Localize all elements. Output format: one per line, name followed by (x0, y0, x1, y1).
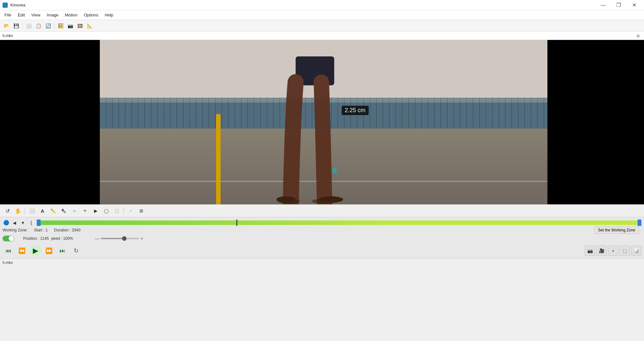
menu-image[interactable]: Image (43, 11, 62, 19)
hand-tool-button[interactable]: ✋ (13, 206, 23, 216)
speed-display-label: peed : 100% (51, 236, 73, 241)
right-letterbox (547, 40, 644, 204)
loop-button[interactable]: ↻ (70, 245, 82, 257)
toolbar-extra[interactable]: 📐 (85, 22, 94, 30)
toolbar: 📂 💾 ⬜ 📋 🔄 🖼️ 📷 🎞️ 📐 (0, 20, 644, 32)
start-label: Start : 1 (34, 228, 48, 232)
speed-toggle[interactable] (3, 236, 14, 241)
speed-decrease-icon[interactable]: — (95, 236, 99, 241)
minimize-button[interactable]: — (596, 0, 611, 10)
grid-tool-button[interactable]: ⊞ (137, 206, 146, 216)
svg-point-3 (276, 196, 296, 203)
speed-toggle-knob (9, 236, 14, 241)
main-video-area: 2.25 cm 8 (0, 40, 644, 204)
status-text: h.mkv (3, 260, 13, 265)
address-bar: h.mkv ⊗ (0, 32, 644, 40)
menu-options[interactable]: Options (80, 11, 101, 19)
menu-bar: File Edit View Image Motion Options Help (0, 10, 644, 20)
speed-slider[interactable] (101, 238, 139, 239)
timeline-green-fill (37, 220, 641, 225)
person-figure (270, 56, 360, 204)
playback-controls-left: ⏮ ⏪ ▶ ⏩ ⏭ ↻ (3, 245, 82, 257)
text-tool-button[interactable]: A (38, 206, 47, 216)
select-tool-button[interactable]: ⬜ (27, 206, 37, 216)
speed-slider-container: — + (95, 236, 143, 241)
toolbar-save[interactable]: 💾 (12, 22, 21, 30)
pencil-tool-button[interactable]: ✏️ (48, 206, 58, 216)
position-label: Position : 1145 (23, 236, 49, 241)
working-zone-info: Working Zone: Start : 1 Duration : 2940 (3, 228, 80, 232)
menu-file[interactable]: File (1, 11, 14, 19)
timeline-end-marker[interactable] (638, 219, 641, 226)
working-zone-label: Working Zone: (3, 228, 28, 232)
set-working-zone-button[interactable]: Set the Working Zone (594, 227, 639, 234)
playback-row: ⏮ ⏪ ▶ ⏩ ⏭ ↻ 📷 🎥 ▪ ⬚ 📊 (0, 243, 644, 258)
address-bar-close-button[interactable]: ⊗ (635, 33, 641, 39)
menu-edit[interactable]: Edit (14, 11, 28, 19)
timeline-loop-button[interactable]: 🔵 (3, 219, 10, 226)
maximize-button[interactable]: ❐ (611, 0, 626, 10)
analysis-right-button[interactable]: 📊 (631, 246, 641, 256)
left-letterbox (0, 40, 100, 204)
timeline-left-controls: 🔵 ◀ ▼ ⟨ (3, 219, 35, 226)
arrow-tool-button[interactable]: ▶ (91, 206, 100, 216)
fast-backward-button[interactable]: ⏪ (16, 245, 28, 257)
speed-increase-icon[interactable]: + (141, 236, 143, 241)
toolbar-sep1 (22, 23, 23, 29)
toolbar-refresh[interactable]: 🔄 (43, 22, 52, 30)
draw-toolbar: ↺ ✋ ⬜ A ✏️ ✒️ ○ + ▶ ◯ ⬚ ⟋ ⊞ (0, 204, 644, 217)
video-frame[interactable]: 2.25 cm 8 (100, 40, 547, 204)
file-path: h.mkv (3, 34, 635, 38)
pen-tool-button[interactable]: ✒️ (59, 206, 69, 216)
timeline-bar[interactable] (37, 220, 641, 225)
timeline-area: 🔵 ◀ ▼ ⟨ Working Zone: Start : 1 Duration… (0, 217, 644, 258)
close-button[interactable]: ✕ (627, 0, 641, 10)
rect-tool-button[interactable]: ⬚ (112, 206, 122, 216)
timeline-start-marker[interactable] (37, 219, 41, 226)
speed-slider-fill (101, 238, 124, 239)
speed-slider-thumb[interactable] (122, 236, 127, 241)
play-button[interactable]: ▶ (30, 245, 41, 257)
toggle1-right-button[interactable]: ▪ (608, 246, 618, 256)
playback-controls-right: 📷 🎥 ▪ ⬚ 📊 (585, 246, 641, 256)
crosshair-tool-button[interactable]: + (80, 206, 90, 216)
timeline-down-button[interactable]: ▼ (19, 219, 26, 226)
toolbar-open[interactable]: 📂 (2, 22, 11, 30)
title-bar: Kinovea — ❐ ✕ (0, 0, 644, 10)
menu-view[interactable]: View (28, 11, 43, 19)
toolbar-image[interactable]: 🖼️ (56, 22, 65, 30)
go-to-end-button[interactable]: ⏭ (57, 245, 68, 257)
toolbar-camera[interactable]: 📷 (66, 22, 75, 30)
record-right-button[interactable]: 🎥 (596, 246, 607, 256)
toggle2-right-button[interactable]: ⬚ (620, 246, 630, 256)
app-title: Kinovea (10, 3, 25, 7)
snapshot-right-button[interactable]: 📷 (585, 246, 595, 256)
draw-sep2 (124, 207, 124, 214)
timeline-back-button[interactable]: ◀ (11, 219, 18, 226)
video-background: 2.25 cm 8 (100, 40, 547, 204)
menu-help[interactable]: Help (101, 11, 117, 19)
toolbar-sep2 (54, 23, 54, 29)
draw-sep1 (25, 207, 25, 214)
toolbar-copy[interactable]: 📋 (34, 22, 43, 30)
timeline-bar-row: 🔵 ◀ ▼ ⟨ (0, 219, 644, 226)
yellow-pole (216, 114, 221, 205)
app-icon (3, 3, 8, 8)
timeline-prev-button[interactable]: ⟨ (28, 219, 35, 226)
status-bar: h.mkv (0, 258, 644, 266)
menu-motion[interactable]: Motion (62, 11, 80, 19)
line-tool-button[interactable]: ⟋ (126, 206, 136, 216)
measurement-label: 2.25 cm (342, 106, 369, 115)
tracking-dot: 8 (333, 166, 338, 173)
toolbar-new[interactable]: ⬜ (24, 22, 33, 30)
ellipse-tool-button[interactable]: ◯ (101, 206, 111, 216)
speed-row: Position : 1145 peed : 100% — + (0, 234, 644, 243)
next-frame-button[interactable]: ⏩ (43, 245, 55, 257)
circle-tool-button[interactable]: ○ (70, 206, 79, 216)
toolbar-film[interactable]: 🎞️ (75, 22, 84, 30)
undo-draw-button[interactable]: ↺ (3, 206, 12, 216)
go-to-start-button[interactable]: ⏮ (3, 245, 14, 257)
svg-point-4 (319, 196, 343, 203)
title-bar-controls: — ❐ ✕ (596, 0, 641, 10)
timeline-playhead[interactable] (236, 219, 237, 226)
